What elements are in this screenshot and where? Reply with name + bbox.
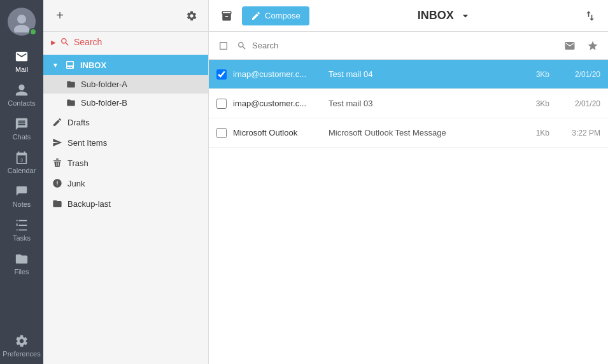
sidebar-item-mail[interactable]: Mail xyxy=(0,43,43,77)
calendar-icon: 3 xyxy=(15,151,29,165)
star-icon xyxy=(587,40,598,52)
email-row[interactable]: imap@customer.c... Test mail 04 3Kb 2/01… xyxy=(209,60,608,89)
compose-label: Compose xyxy=(265,11,300,20)
main-toolbar: Compose INBOX xyxy=(209,0,608,32)
folder-label: INBOX xyxy=(80,60,106,70)
add-folder-button[interactable]: + xyxy=(50,6,70,26)
email-subject: Test mail 04 xyxy=(329,69,518,79)
tasks-icon xyxy=(15,218,29,232)
contacts-icon xyxy=(15,83,29,97)
folder-item-inbox[interactable]: ▼ INBOX xyxy=(43,55,208,75)
email-date: 2/01/20 xyxy=(556,70,600,79)
sidebar-item-label: Preferences xyxy=(3,350,40,358)
email-sender: Microsoft Outlook xyxy=(233,128,322,137)
sidebar-item-label: Notes xyxy=(13,200,31,208)
email-row[interactable]: imap@customer.c... Test mail 03 3Kb 2/01… xyxy=(209,89,608,118)
folder-toolbar: + xyxy=(43,0,208,32)
email-checkbox[interactable] xyxy=(216,99,227,109)
drafts-icon xyxy=(52,117,62,127)
folder-item-backup[interactable]: Backup-last xyxy=(43,193,208,214)
sidebar-item-files[interactable]: Files xyxy=(0,246,43,279)
svg-point-1 xyxy=(14,25,29,32)
sidebar-item-label: Tasks xyxy=(13,234,31,242)
sidebar-item-notes[interactable]: Notes xyxy=(0,178,43,212)
sidebar-item-label: Chats xyxy=(13,133,31,141)
archive-icon xyxy=(221,10,232,22)
sidebar-item-label: Files xyxy=(14,268,29,276)
email-size: 3Kb xyxy=(524,70,549,79)
expand-caret-icon: ▼ xyxy=(52,62,59,69)
email-sender: imap@customer.c... xyxy=(233,99,322,108)
folder-item-junk[interactable]: Junk xyxy=(43,173,208,193)
email-subject: Test mail 03 xyxy=(329,99,518,108)
gear-icon xyxy=(15,334,29,348)
gear-icon xyxy=(186,10,197,22)
search-caret-icon: ▶ xyxy=(51,39,56,46)
email-list: imap@customer.c... Test mail 04 3Kb 2/01… xyxy=(209,60,608,364)
folder-settings-button[interactable] xyxy=(181,6,202,26)
folder-label: Backup-last xyxy=(67,199,111,209)
search-label: Search xyxy=(74,37,102,47)
folder-item-subfolder-b[interactable]: Sub-folder-B xyxy=(43,94,208,112)
email-sender: imap@customer.c... xyxy=(233,69,322,79)
sidebar-item-label: Calendar xyxy=(8,167,36,174)
compose-button[interactable]: Compose xyxy=(242,6,309,25)
email-icon xyxy=(564,40,576,52)
folder-item-drafts[interactable]: Drafts xyxy=(43,112,208,132)
junk-icon xyxy=(52,178,62,188)
sidebar: Mail Contacts Chats 3 Calendar Notes Tas… xyxy=(0,0,43,364)
sent-icon xyxy=(52,137,62,148)
notes-icon xyxy=(15,185,29,199)
compose-icon xyxy=(251,11,261,21)
search-bar xyxy=(209,32,608,60)
folder-label: Sent Items xyxy=(67,138,107,148)
search-input[interactable] xyxy=(252,41,556,50)
sort-icon xyxy=(584,10,597,22)
search-icon xyxy=(60,37,70,47)
search-icon xyxy=(237,41,247,51)
sidebar-bottom: Preferences xyxy=(0,328,43,364)
email-filter-button[interactable] xyxy=(561,37,579,55)
folder-label: Sub-folder-A xyxy=(81,80,127,89)
mail-icon xyxy=(15,50,29,64)
sidebar-item-preferences[interactable]: Preferences xyxy=(0,328,43,361)
folder-icon xyxy=(66,80,76,89)
folder-panel: + ▶ Search ▼ INBOX Sub-folder-A xyxy=(43,0,209,364)
trash-icon xyxy=(52,158,62,168)
select-all-button[interactable] xyxy=(215,38,232,54)
email-date: 2/01/20 xyxy=(556,99,600,108)
online-status-dot xyxy=(29,28,37,36)
email-subject: Microsoft Outlook Test Message xyxy=(329,128,518,137)
sort-button[interactable] xyxy=(580,6,600,26)
search-row[interactable]: ▶ Search xyxy=(43,32,208,52)
sidebar-item-chats[interactable]: Chats xyxy=(0,111,43,144)
email-size: 3Kb xyxy=(524,99,549,108)
email-checkbox[interactable] xyxy=(216,128,227,138)
sidebar-item-calendar[interactable]: 3 Calendar xyxy=(0,144,43,178)
folder-item-trash[interactable]: Trash xyxy=(43,153,208,173)
email-date: 3:22 PM xyxy=(556,129,600,137)
folder-label: Sub-folder-B xyxy=(81,98,127,108)
inbox-icon xyxy=(65,60,75,70)
email-checkbox[interactable] xyxy=(216,69,227,80)
email-size: 1Kb xyxy=(524,129,549,137)
chevron-down-icon[interactable] xyxy=(459,10,472,22)
email-row[interactable]: Microsoft Outlook Microsoft Outlook Test… xyxy=(209,118,608,148)
main-panel: Compose INBOX xyxy=(209,0,608,364)
folder-icon xyxy=(66,98,76,108)
sidebar-item-label: Mail xyxy=(15,66,28,73)
folder-label: Trash xyxy=(67,158,88,168)
folder-item-sent[interactable]: Sent Items xyxy=(43,132,208,153)
folder-label: Junk xyxy=(67,179,85,188)
sidebar-item-contacts[interactable]: Contacts xyxy=(0,77,43,111)
folder-list: ▼ INBOX Sub-folder-A Sub-folder-B Dr xyxy=(43,52,208,364)
folder-item-subfolder-a[interactable]: Sub-folder-A xyxy=(43,75,208,94)
files-icon xyxy=(15,252,29,266)
archive-button[interactable] xyxy=(216,6,237,26)
sidebar-item-tasks[interactable]: Tasks xyxy=(0,212,43,246)
avatar-area xyxy=(0,0,43,43)
svg-point-0 xyxy=(17,15,26,24)
svg-text:3: 3 xyxy=(20,157,23,163)
checkbox-icon xyxy=(218,41,229,51)
star-filter-button[interactable] xyxy=(584,37,602,55)
